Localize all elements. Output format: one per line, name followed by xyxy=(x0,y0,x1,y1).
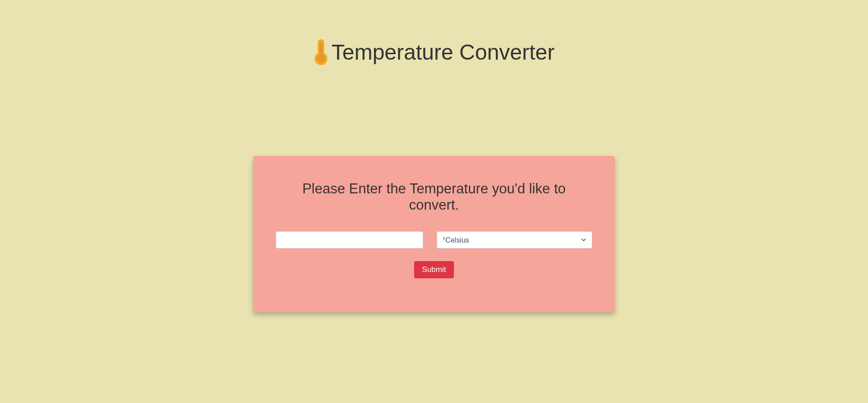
converter-card: Please Enter the Temperature you'd like … xyxy=(253,156,615,312)
thermometer-icon xyxy=(313,38,329,66)
svg-point-3 xyxy=(317,55,325,63)
prompt-text: Please Enter the Temperature you'd like … xyxy=(276,181,592,213)
page-title: Temperature Converter xyxy=(331,40,555,65)
submit-button[interactable]: Submit xyxy=(414,261,454,278)
form-row: °Celsius xyxy=(276,231,592,248)
page-header: Temperature Converter xyxy=(0,0,868,66)
temperature-input[interactable] xyxy=(276,231,423,248)
unit-select[interactable]: °Celsius xyxy=(437,231,592,248)
